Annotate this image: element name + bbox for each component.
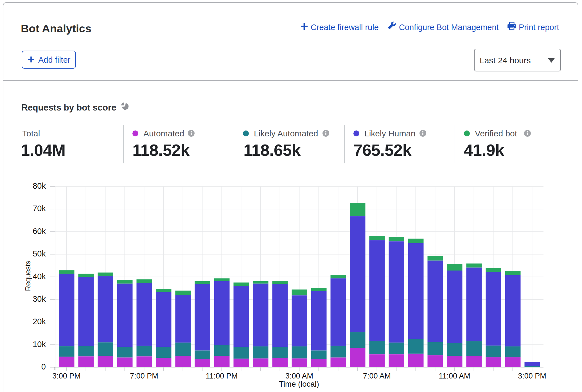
svg-text:7:00 AM: 7:00 AM <box>363 372 391 380</box>
svg-text:80k: 80k <box>33 181 46 190</box>
svg-text:3:00 AM: 3:00 AM <box>285 372 313 380</box>
svg-text:60k: 60k <box>33 227 46 236</box>
svg-text:50k: 50k <box>33 249 46 258</box>
svg-text:Requests: Requests <box>24 261 32 291</box>
svg-text:7:00 PM: 7:00 PM <box>130 372 158 380</box>
svg-text:0: 0 <box>41 362 46 371</box>
svg-text:70k: 70k <box>33 204 46 213</box>
svg-text:Time (local): Time (local) <box>279 380 319 388</box>
svg-text:30k: 30k <box>33 294 46 303</box>
svg-text:40k: 40k <box>33 272 46 281</box>
svg-text:3:00 PM: 3:00 PM <box>52 372 81 380</box>
svg-text:3:00 PM: 3:00 PM <box>518 372 546 380</box>
svg-text:20k: 20k <box>33 317 46 326</box>
svg-text:11:00 AM: 11:00 AM <box>439 372 470 380</box>
svg-text:11:00 PM: 11:00 PM <box>206 372 238 380</box>
svg-text:10k: 10k <box>33 340 46 349</box>
